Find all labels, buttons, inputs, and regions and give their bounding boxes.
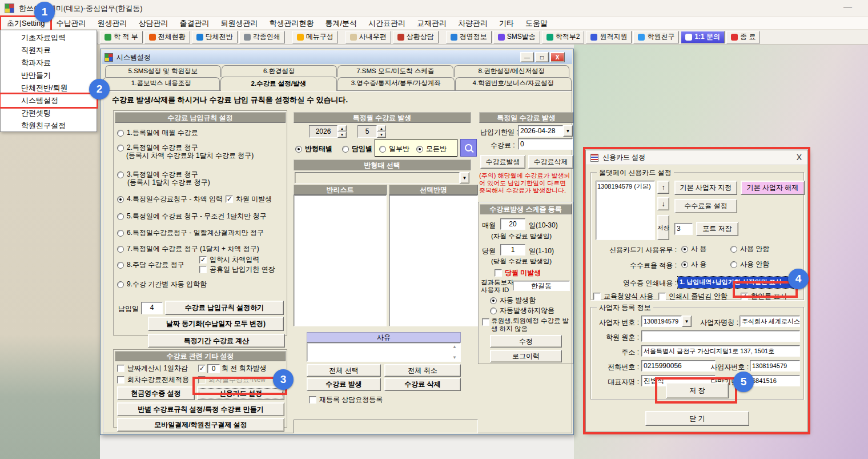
dropdown-menu-item[interactable]: 기초자료입력 — [1, 31, 97, 44]
card-close-button[interactable]: 닫 기 — [645, 411, 749, 426]
rule-option-7[interactable]: 7.특정일에 수강료 청구 (1달치 + 차액 청구) — [117, 244, 259, 254]
by-class-type-radio[interactable]: 반형태별 — [295, 144, 332, 154]
menubar-item[interactable]: 통계/분석 — [319, 17, 363, 30]
card-save-button[interactable]: 저 장 — [666, 382, 729, 398]
menubar-item[interactable]: 학생관리현황 — [263, 17, 319, 30]
no-line-wrap-row[interactable]: 인쇄시 줄넘김 안함 — [658, 292, 728, 301]
radio-selected-icon[interactable] — [681, 246, 688, 253]
radio-icon[interactable] — [117, 145, 124, 151]
scroll-down-icon[interactable]: ▼ — [452, 355, 457, 360]
radio-selected-icon[interactable] — [295, 146, 302, 153]
dropdown-arrow-icon[interactable]: ▼ — [563, 125, 573, 137]
radio-icon[interactable] — [117, 281, 124, 288]
address-input[interactable]: 서울특별시 금천구 가산디지털1로 137, 1501호 — [641, 345, 800, 357]
port-input[interactable]: 3 — [674, 223, 693, 235]
toolbar-button[interactable]: 학원친구 — [633, 31, 679, 43]
radio-selected-icon[interactable] — [416, 146, 423, 153]
toolbar-button[interactable]: 메뉴구성 — [292, 31, 338, 43]
settings-tab[interactable]: 3.영수증/통지서/봉투/가상계좌 — [337, 77, 455, 91]
menubar-item[interactable]: 출결관리 — [174, 17, 215, 30]
mobile-pay-settings-button[interactable]: 모바일결제/학원친구결제 설정 — [117, 418, 284, 432]
settings-dialog-titlebar[interactable]: 시스템설정 — [102, 50, 572, 64]
card-dialog-titlebar[interactable]: 신용카드 설정 — [586, 150, 807, 165]
rule-option-9[interactable]: 9.수강 기간별 자동 입학함 — [117, 280, 207, 289]
settings-tab[interactable]: 4.학원번호/보너스/자료설정 — [455, 77, 572, 91]
set-default-merchant-button[interactable]: 기본 사업자 지정 — [674, 181, 737, 195]
round-fee-all-row[interactable]: 회차수강료전체적용 — [117, 375, 189, 385]
receipt-content-select[interactable]: 1. 납입내역+납입기한 시작일만 표시 — [678, 277, 800, 288]
monthly-day-input[interactable]: 20 — [500, 218, 525, 230]
toolbar-button[interactable]: 상황상담 — [393, 31, 439, 43]
month-up-icon[interactable]: ▲ — [377, 125, 386, 131]
rereg-consult-checkbox-row[interactable]: 재등록 상담요청등록 — [309, 395, 383, 405]
all-classes-radio[interactable]: 모든반 — [416, 144, 447, 154]
radio-icon[interactable] — [117, 130, 124, 137]
due-day-input[interactable]: 4 — [141, 302, 163, 314]
daily-generate-button[interactable]: 수강료발생 — [480, 155, 525, 169]
menubar-item[interactable]: 시간표관리 — [363, 17, 411, 30]
by-teacher-radio[interactable]: 담임별 — [342, 144, 372, 154]
menubar-item[interactable]: 상담관리 — [132, 17, 174, 30]
dropdown-menu-item[interactable]: 간편셋팅 — [1, 107, 97, 119]
no-line-wrap-checkbox[interactable] — [658, 293, 666, 300]
rule-option-6[interactable]: 6.특정일수강료청구 - 일할계산결과치만 청구 — [117, 228, 264, 238]
cancel-all-button[interactable]: 전체 취소 — [384, 364, 461, 377]
menubar-item[interactable]: 기타 — [493, 17, 520, 30]
settings-tab[interactable]: 1.콤보박스 내용조정 — [103, 77, 220, 91]
menubar-item[interactable]: 퇴원생관리 — [215, 17, 263, 30]
toolbar-button[interactable]: 각종인쇄 — [239, 31, 285, 43]
toolbar-button[interactable]: 학적부2 — [542, 31, 585, 43]
settings-tab[interactable]: 5.SMS설정 및 학원정보 — [105, 65, 221, 77]
month-spinner[interactable]: 5 ▲▼ — [357, 125, 386, 138]
period-fee-calc-button[interactable]: 특정기간 수강료 계산 — [148, 334, 285, 348]
fee-amount-input[interactable]: 0 — [518, 138, 573, 150]
holiday-extend-checkbox[interactable] — [199, 266, 207, 273]
scroll-up-icon[interactable]: ▲ — [452, 344, 457, 349]
entry-diff-checkbox-row[interactable]: 입학시 차액입력 — [199, 255, 259, 265]
exclude-students-row[interactable]: 휴원생,퇴원예정 수강료 발생 하지 않음 — [482, 317, 570, 333]
terminal-number-input[interactable]: 6841516 — [750, 375, 800, 386]
toolbar-button[interactable]: 사내우편 — [345, 31, 391, 43]
credit-card-settings-button[interactable]: 신용카드 설정 — [197, 386, 284, 400]
settings-tab[interactable]: 7.SMS 모드/미도착 스케쥴 — [337, 65, 453, 77]
dropdown-menu-item[interactable]: 반만들기 — [1, 69, 97, 82]
current-day-input[interactable]: 1 — [500, 244, 525, 256]
radio-icon[interactable] — [379, 146, 386, 153]
cash-receipt-settings-button[interactable]: 현금영수증 설정 — [117, 386, 195, 400]
generate-fee-button[interactable]: 수강료 발생 — [307, 378, 381, 391]
class-fee-rule-button[interactable]: 반별 수강료규칙 설정/특정 수강료 만들기 — [117, 402, 284, 416]
rule-option-8[interactable]: 8.주당 수강료 청구 — [117, 260, 184, 270]
year-value[interactable]: 2026 — [309, 125, 337, 138]
no-current-gen-checkbox[interactable] — [495, 269, 502, 277]
dropdown-arrow-icon[interactable]: ▼ — [682, 316, 692, 327]
radio-icon[interactable] — [117, 230, 124, 237]
month-value[interactable]: 5 — [357, 125, 377, 138]
toolbar-button[interactable]: 단체전반 — [192, 31, 238, 43]
radio-icon[interactable] — [117, 246, 124, 253]
show-discount-row[interactable]: 할인률 표시 — [741, 292, 787, 301]
radio-selected-icon[interactable] — [490, 297, 497, 304]
rereg-consult-checkbox[interactable] — [309, 396, 316, 404]
merchant-listbox[interactable]: 1308194579 (기본) — [596, 181, 655, 240]
toolbar-button[interactable]: 1:1 문의 — [681, 31, 725, 43]
date-sync-button[interactable]: 날짜 동기화(수납일자 모두 변경) — [148, 317, 284, 331]
settings-tab[interactable]: 6.환경설정 — [222, 65, 337, 77]
holiday-extend-checkbox-row[interactable]: 공휴일 납입기한 연장 — [199, 265, 275, 274]
date-minus-checkbox[interactable] — [117, 365, 124, 372]
fee-no-use-radio[interactable]: 사용 안함 — [730, 260, 769, 269]
menubar-item[interactable]: 수납관리 — [50, 17, 91, 30]
rule-option-1[interactable]: 1.등록일에 매월 수강료 — [117, 128, 198, 138]
minimize-button[interactable]: — — [843, 1, 852, 11]
no-auto-generate-radio[interactable]: 자동발생하지않음 — [490, 306, 554, 316]
delete-fee-button[interactable]: 수강료 삭제 — [384, 378, 461, 391]
unset-default-merchant-button[interactable]: 기본 사업자 해제 — [741, 181, 805, 195]
menubar-item[interactable]: 차량관리 — [452, 17, 493, 30]
dropdown-menu-item[interactable]: 학원친구설정 — [1, 119, 97, 132]
settings-minimize-button[interactable]: — — [520, 52, 534, 62]
toolbar-button[interactable]: SMS발송 — [493, 31, 540, 43]
select-all-button[interactable]: 전체 선택 — [307, 364, 381, 377]
class-zoom-button[interactable] — [460, 139, 477, 157]
year-spinner[interactable]: 2026 ▲▼ — [309, 125, 347, 138]
biz-number-combobox[interactable]: 1308194579 ▼ — [641, 316, 692, 327]
radio-icon[interactable] — [490, 308, 497, 314]
